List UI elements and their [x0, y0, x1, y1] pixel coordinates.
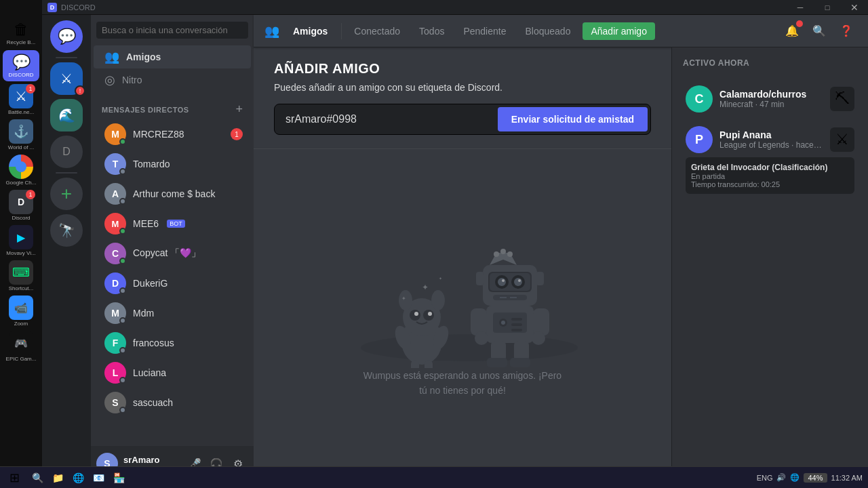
nav-amigos[interactable]: 👥 Amigos: [94, 45, 251, 68]
taskbar-start-button[interactable]: ⊞: [3, 468, 26, 487]
dm-avatar-francosus: F: [104, 332, 126, 354]
svg-point-7: [414, 312, 418, 316]
dm-item-dukeri[interactable]: D DukeriG: [94, 268, 251, 298]
active-user-pupi[interactable]: P Pupi Anana League of Legends · hace un…: [677, 119, 863, 201]
server-divider: [56, 57, 77, 58]
dm-item-mee6[interactable]: M MEE6 BOT: [94, 209, 251, 239]
window-title: DISCORD: [61, 3, 96, 12]
dm-item-francosus[interactable]: F francosus: [94, 328, 251, 358]
os-recycle-bin[interactable]: 🗑 Recycle B...: [3, 18, 39, 49]
bot-tag-mee6: BOT: [167, 220, 185, 228]
os-discord-app[interactable]: 💬 DISCORD: [3, 50, 39, 81]
taskbar-store[interactable]: 🏪: [109, 468, 128, 487]
svg-text:✦: ✦: [439, 277, 442, 281]
taskbar-search-button[interactable]: 🔍: [28, 468, 47, 487]
svg-rect-41: [533, 308, 549, 336]
discord-server-badge: 1: [26, 190, 35, 199]
battlenet-badge: 1: [26, 84, 35, 94]
maximize-button[interactable]: □: [814, 0, 841, 15]
add-friend-subtitle: Puedes añadir a un amigo con su etiqueta…: [274, 82, 651, 93]
server-icon-1[interactable]: 🌊: [50, 99, 83, 131]
tab-pendiente[interactable]: Pendiente: [456, 22, 513, 41]
svg-point-4: [431, 290, 445, 310]
os-chrome-app[interactable]: Google Ch...: [3, 153, 39, 187]
taskbar-file-explorer[interactable]: 📁: [48, 468, 67, 487]
user-area-name: srAmaro: [123, 455, 179, 465]
svg-point-27: [518, 279, 521, 282]
os-epic-app[interactable]: 🎮 EPIC Gam...: [3, 329, 39, 363]
taskbar-lang: ENG: [757, 474, 773, 482]
help-button[interactable]: ❓: [835, 20, 857, 42]
explore-servers-button[interactable]: 🔭: [50, 214, 83, 247]
svg-point-8: [428, 312, 432, 316]
taskbar-mail[interactable]: 📧: [89, 468, 108, 487]
dm-add-button[interactable]: +: [235, 102, 243, 117]
dm-search-area: [91, 15, 254, 45]
tab-bloqueado[interactable]: Bloqueado: [518, 22, 577, 41]
tab-amigos[interactable]: Amigos: [285, 22, 336, 41]
svg-point-26: [502, 279, 505, 282]
svg-rect-39: [511, 329, 522, 331]
active-info-pupi: Pupi Anana League of Legends · hace un m…: [719, 129, 823, 150]
dm-name-copycat: Copycat 「💜」: [133, 247, 201, 260]
svg-rect-32: [536, 272, 544, 285]
dm-item-mrcrez[interactable]: M MRCREZ88 1: [94, 119, 251, 149]
dm-name-luciana: Luciana: [133, 367, 166, 378]
taskbar-browser[interactable]: 🌐: [68, 468, 87, 487]
svg-rect-38: [511, 323, 522, 326]
friend-search-button[interactable]: 🔍: [808, 20, 830, 42]
nav-nitro-label: Nitro: [122, 75, 142, 85]
active-user-calamardo[interactable]: C Calamardo/churros Minecraft · 47 min ⛏: [677, 79, 863, 119]
notification-button[interactable]: 🔔: [781, 20, 803, 42]
wumpus-illustration: ✦ ✦ ✦: [334, 232, 591, 368]
tab-conectado[interactable]: Conectado: [347, 22, 407, 41]
taskbar: ⊞ 🔍 📁 🌐 📧 🏪 ENG 🔊 🌐 44% 11:32 AM: [0, 466, 868, 488]
server-icon-2[interactable]: D: [50, 136, 83, 168]
dm-search-input[interactable]: [96, 22, 248, 39]
dm-avatar-mee6: M: [104, 213, 126, 235]
active-avatar-pupi: P: [686, 126, 713, 153]
active-user-top-calamardo: C Calamardo/churros Minecraft · 47 min ⛏: [686, 85, 854, 113]
active-game-pupi: League of Legends · hace un mom...: [719, 140, 823, 150]
close-button[interactable]: ✕: [841, 0, 868, 15]
minimize-button[interactable]: ─: [787, 0, 814, 15]
dm-name-mee6: MEE6: [133, 218, 159, 229]
dm-avatar-mdm: M: [104, 302, 126, 324]
add-friend-input[interactable]: [275, 104, 495, 134]
dm-item-mdm[interactable]: M Mdm: [94, 298, 251, 328]
os-taskbar-vertical: 🗑 Recycle B... 💬 DISCORD ⚔ Battle.ne... …: [0, 0, 42, 466]
header-separator: [341, 23, 342, 39]
dm-item-tomardo[interactable]: T Tomardo: [94, 149, 251, 179]
nav-nitro[interactable]: ◎ Nitro: [94, 68, 251, 92]
os-shortcut-app[interactable]: ⌨ Shortcut...: [3, 259, 39, 293]
svg-point-24: [498, 278, 506, 286]
os-movavy-app[interactable]: ▶ Movavy Vi...: [3, 224, 39, 258]
dm-item-luciana[interactable]: L Luciana: [94, 358, 251, 388]
dm-item-copycat[interactable]: C Copycat 「💜」: [94, 239, 251, 268]
os-warships-app[interactable]: ⚓ World of ...: [3, 118, 39, 152]
svg-point-17: [500, 249, 506, 254]
status-offline-mdm: [119, 317, 126, 324]
dm-avatar-tomardo: T: [104, 153, 126, 175]
dm-item-arthur[interactable]: A Arthur come $ back: [94, 179, 251, 209]
status-offline-arthur: [119, 198, 126, 205]
add-friend-section: AÑADIR AMIGO Puedes añadir a un amigo co…: [254, 47, 671, 149]
add-server-button[interactable]: +: [50, 178, 83, 210]
send-friend-request-button[interactable]: Enviar solicitud de amistad: [498, 107, 648, 131]
os-zoom-app[interactable]: 📹 Zoom: [3, 294, 39, 328]
svg-point-25: [514, 278, 522, 286]
server-home-button[interactable]: 💬: [50, 20, 83, 53]
tab-add-friend[interactable]: Añadir amigo: [583, 22, 655, 40]
taskbar-right: ENG 🔊 🌐 44% 11:32 AM: [757, 473, 868, 483]
dm-avatar-arthur: A: [104, 183, 126, 205]
active-name-calamardo: Calamardo/churros: [719, 89, 823, 100]
friends-main: AÑADIR AMIGO Puedes añadir a un amigo co…: [254, 47, 671, 481]
os-battlenet-app[interactable]: ⚔ Battle.ne... 1: [3, 83, 39, 117]
server-icon-battlenet[interactable]: ⚔ !: [50, 62, 83, 95]
dm-avatar-sascuach: S: [104, 392, 126, 413]
status-online: [119, 138, 126, 145]
tab-todos[interactable]: Todos: [412, 22, 451, 41]
dm-item-sascuach[interactable]: S sascuach: [94, 388, 251, 418]
os-discord-server-app[interactable]: D Discord 1: [3, 188, 39, 222]
nav-amigos-label: Amigos: [126, 52, 161, 62]
